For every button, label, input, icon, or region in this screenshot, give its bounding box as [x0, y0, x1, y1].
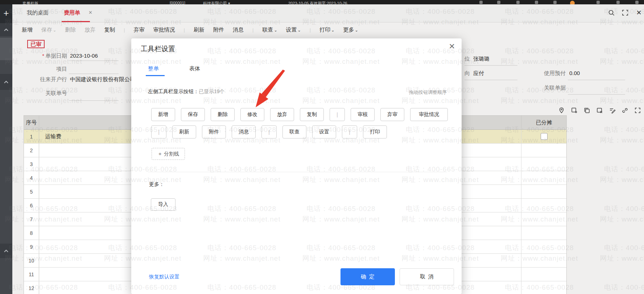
toolbar-item-unapprove[interactable]: 弃审	[134, 26, 145, 33]
draggable-divider[interactable]: |	[342, 125, 357, 138]
toolbar-item-attachment[interactable]: 附件	[213, 26, 224, 33]
tab-whole-bill[interactable]: 整单	[148, 65, 159, 72]
avatar[interactable]	[570, 1, 575, 4]
prepaid-value[interactable]: 0.00	[569, 70, 580, 76]
toolbar-item-settings[interactable]: 设置⌄	[286, 26, 301, 33]
toolbar-item-message[interactable]: 消息	[233, 26, 244, 33]
allocated-cell	[521, 144, 566, 157]
bill-date-value[interactable]: 2023-10-06	[70, 53, 98, 59]
more-section-label: 更多：	[149, 181, 164, 188]
collapse-icon[interactable]	[635, 1, 639, 4]
row-seq: 7	[24, 212, 39, 226]
edit-rows-icon[interactable]	[608, 107, 616, 114]
draggable-button-modify[interactable]: 修改	[240, 108, 264, 121]
related-no-input[interactable]	[69, 100, 119, 101]
topbar-icon[interactable]	[553, 1, 557, 4]
add-tab-button[interactable]: +	[0, 4, 12, 23]
draggable-button-refresh[interactable]: 刷新	[172, 125, 196, 138]
toolbar-item-print[interactable]: 打印⌄	[319, 26, 334, 33]
toolbar-item-approval-status[interactable]: 审批情况	[153, 26, 175, 33]
watermark-tile: 电话：400-665-0028网址：www.chanjet.net	[492, 46, 587, 67]
toolbar-item-new[interactable]: 新增	[22, 26, 33, 33]
draggable-button-new[interactable]: 新增	[151, 108, 175, 121]
watermark-tile: 电话：400-665-0028网址：www.chanjet.net	[492, 85, 587, 106]
tab-table-body[interactable]: 表体	[189, 65, 200, 72]
draggable-button-unapprove[interactable]: 弃审	[380, 108, 404, 121]
bill-date-underline	[69, 61, 119, 61]
draggable-divider[interactable]: |	[261, 125, 277, 138]
toolbar-item-more[interactable]: 更多⌄	[343, 26, 358, 33]
maximize-icon[interactable]	[621, 8, 629, 17]
draggable-button-abandon[interactable]: 放弃	[270, 108, 294, 121]
grid-toolbar	[558, 107, 641, 114]
location-pin-icon[interactable]	[558, 107, 565, 114]
toolbar-item-save: 保存⌄	[41, 26, 56, 33]
related-doc-input[interactable]	[568, 94, 625, 95]
copy-row-icon[interactable]	[583, 107, 590, 114]
watermark-tile: 电话：400-665-0028网址：www.chanjet.net	[591, 85, 644, 106]
draggable-button-linked-query[interactable]: 联查	[282, 125, 306, 138]
toolbar-item-linked-query[interactable]: 联查⌄	[262, 26, 277, 33]
import-button[interactable]: 导入	[151, 198, 176, 211]
help-icon[interactable]	[596, 1, 600, 4]
tab-my-desktop[interactable]: 我的桌面	[27, 9, 49, 16]
draggable-button-delete[interactable]: 删除	[211, 108, 235, 121]
status-badge: 已审	[27, 40, 45, 48]
draggable-divider[interactable]: |	[330, 108, 345, 121]
chevron-up-icon	[4, 249, 9, 253]
allocated-checkbox[interactable]	[541, 133, 548, 140]
delete-row-icon[interactable]	[596, 107, 603, 114]
sidebar-collapse-bottom-button[interactable]	[0, 244, 12, 258]
sidebar-scrollbar-thumb[interactable]	[0, 38, 12, 60]
payable-value[interactable]: 应付	[473, 70, 484, 77]
draggable-button-save[interactable]: 保存	[181, 108, 205, 121]
toolbar-item-copy[interactable]: 复制	[104, 26, 115, 33]
tab-close-icon[interactable]: ✕	[88, 10, 92, 15]
draggable-button-approval-status[interactable]: 审批情况	[410, 108, 448, 121]
sidebar-scroll-up-button[interactable]	[0, 23, 12, 36]
allocated-cell	[521, 240, 566, 253]
search-icon[interactable]	[607, 8, 616, 17]
topbar-icon[interactable]	[535, 1, 538, 4]
shown-count: 已显示19个	[199, 88, 225, 94]
sidebar-collapse-button[interactable]	[0, 74, 12, 90]
draggable-button-settings[interactable]: 设置	[312, 125, 336, 138]
plus-icon: +	[3, 8, 9, 18]
draggable-button-message[interactable]: 消息	[232, 125, 256, 138]
add-divider-button[interactable]: ＋ 分割线	[152, 148, 185, 160]
insert-row-icon[interactable]	[570, 107, 578, 114]
ok-button[interactable]: 确定	[340, 268, 395, 285]
cancel-button[interactable]: 取消	[400, 268, 454, 285]
tab-expense-bill[interactable]: 费用单	[64, 9, 80, 16]
row-seq: 11	[24, 268, 39, 281]
topbar-icon[interactable]	[479, 1, 483, 4]
drag-hint: 拖动按钮调整顺序	[409, 89, 447, 96]
shown-buttons-info: 左侧工具栏显示按钮：已显示19个	[148, 88, 225, 95]
topbar-icon[interactable]	[497, 1, 500, 4]
link-icon[interactable]	[621, 107, 628, 114]
close-icon[interactable]: ✕	[635, 8, 643, 17]
bill-date-label: 单据日期	[45, 53, 67, 59]
row-seq: 10	[24, 254, 39, 267]
draggable-divider[interactable]: |	[151, 125, 166, 138]
topbar-icon[interactable]	[616, 1, 620, 4]
company-name-label[interactable]: 科技有限公司 ▾	[203, 1, 230, 4]
bank-value[interactable]: 中国建设银行股份有限公司	[70, 76, 135, 83]
draggable-button-copy[interactable]: 复制	[300, 108, 324, 121]
draggable-button-attachment[interactable]: 附件	[202, 125, 226, 138]
row-seq: 3	[24, 157, 39, 171]
allocated-cell	[521, 268, 566, 281]
project-input[interactable]	[69, 74, 119, 74]
watermark-tile: 电话：400-665-0028网址：www.chanjet.net	[591, 46, 644, 67]
fullscreen-icon[interactable]	[634, 107, 641, 114]
topbar-icon[interactable]	[516, 1, 520, 4]
dialog-close-icon[interactable]: ✕	[449, 42, 455, 51]
main-toolbar: 新增保存⌄删除放弃复制|弃审审批情况|刷新附件消息|联查⌄设置⌄|打印⌄更多⌄	[12, 22, 644, 37]
draggable-button-approve[interactable]: 审核	[351, 108, 375, 121]
toolbar-item-refresh[interactable]: 刷新	[194, 26, 205, 33]
operator-value[interactable]: 张璐璐	[473, 55, 490, 62]
draggable-button-print[interactable]: 打印	[363, 125, 387, 138]
toolbar-separator: |	[184, 27, 185, 33]
restore-defaults-link[interactable]: 恢复默认设置	[149, 274, 179, 280]
chevron-up-icon	[4, 80, 9, 84]
